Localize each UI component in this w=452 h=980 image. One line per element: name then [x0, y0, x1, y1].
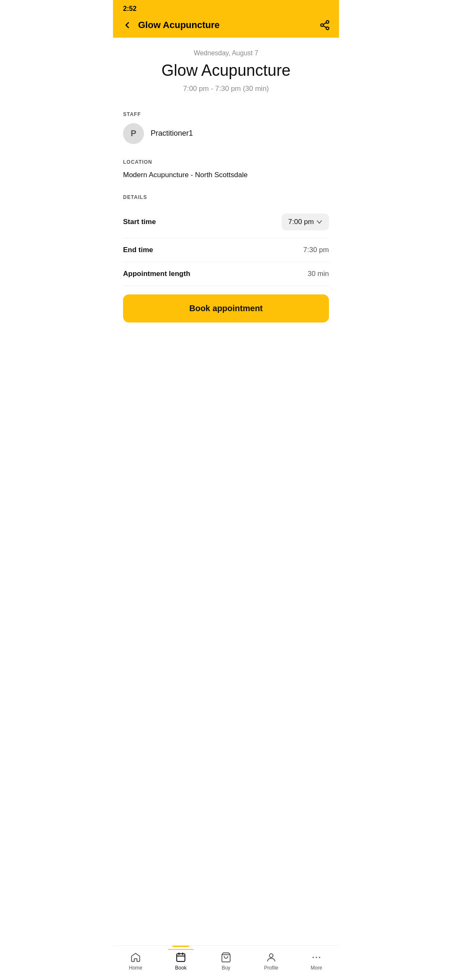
profile-icon	[265, 952, 277, 963]
book-label: Book	[175, 965, 186, 971]
book-active-bar	[172, 946, 189, 947]
home-label: Home	[129, 965, 142, 971]
svg-point-1	[321, 24, 324, 27]
nav-item-profile[interactable]: Profile	[249, 949, 294, 973]
appointment-length-label: Appointment length	[123, 270, 190, 278]
svg-point-2	[326, 27, 329, 30]
nav-item-more[interactable]: More	[294, 949, 339, 973]
svg-point-13	[319, 957, 320, 958]
main-content: Wednesday, August 7 Glow Acupuncture 7:0…	[113, 38, 339, 369]
svg-point-0	[326, 21, 329, 23]
book-appointment-button[interactable]: Book appointment	[123, 294, 329, 322]
staff-name: Practitioner1	[151, 129, 193, 138]
more-label: More	[311, 965, 322, 971]
location-label: LOCATION	[123, 159, 329, 165]
staff-section: STAFF P Practitioner1	[123, 111, 329, 147]
start-time-value: 7:00 pm	[288, 218, 314, 226]
start-time-dropdown[interactable]: 7:00 pm	[282, 214, 329, 230]
staff-label: STAFF	[123, 111, 329, 117]
appointment-length-value: 30 min	[308, 270, 329, 278]
details-label: DETAILS	[123, 194, 329, 200]
end-time-value: 7:30 pm	[303, 246, 329, 254]
home-icon	[130, 952, 141, 963]
svg-line-3	[323, 26, 326, 28]
appointment-time-range: 7:00 pm - 7:30 pm (30 min)	[123, 85, 329, 93]
svg-rect-5	[177, 954, 185, 961]
details-section: DETAILS Start time 7:00 pm End time 7:30…	[123, 194, 329, 286]
bottom-nav: Home Book Buy	[113, 945, 339, 980]
content-area: Wednesday, August 7 Glow Acupuncture 7:0…	[113, 38, 339, 327]
staff-row: P Practitioner1	[123, 123, 329, 147]
more-icon	[311, 952, 322, 963]
back-button[interactable]	[121, 19, 133, 31]
appointment-header: Wednesday, August 7 Glow Acupuncture 7:0…	[123, 38, 329, 100]
staff-avatar: P	[123, 123, 144, 144]
svg-point-12	[316, 957, 317, 958]
location-section: LOCATION Modern Acupuncture - North Scot…	[123, 159, 329, 183]
service-name: Glow Acupuncture	[123, 61, 329, 80]
appointment-date: Wednesday, August 7	[123, 49, 329, 57]
appointment-length-row: Appointment length 30 min	[123, 262, 329, 286]
nav-item-home[interactable]: Home	[113, 949, 158, 973]
location-name: Modern Acupuncture - North Scottsdale	[123, 171, 329, 183]
chevron-down-icon	[316, 219, 322, 225]
header-left: Glow Acupuncture	[121, 19, 220, 31]
nav-item-buy[interactable]: Buy	[203, 949, 249, 973]
end-time-row: End time 7:30 pm	[123, 238, 329, 262]
status-time: 2:52	[123, 5, 136, 13]
header-title: Glow Acupuncture	[138, 20, 220, 31]
buy-label: Buy	[222, 965, 231, 971]
svg-point-10	[270, 954, 273, 957]
svg-point-11	[313, 957, 314, 958]
end-time-label: End time	[123, 246, 153, 254]
status-bar: 2:52	[113, 0, 339, 16]
buy-icon	[220, 952, 232, 963]
start-time-label: Start time	[123, 218, 156, 226]
nav-item-book[interactable]: Book	[158, 949, 203, 973]
svg-line-4	[323, 23, 326, 24]
share-button[interactable]	[319, 19, 331, 31]
book-button-container: Book appointment	[123, 286, 329, 327]
header: Glow Acupuncture	[113, 16, 339, 38]
start-time-row: Start time 7:00 pm	[123, 206, 329, 238]
profile-label: Profile	[264, 965, 278, 971]
book-icon	[175, 952, 187, 963]
